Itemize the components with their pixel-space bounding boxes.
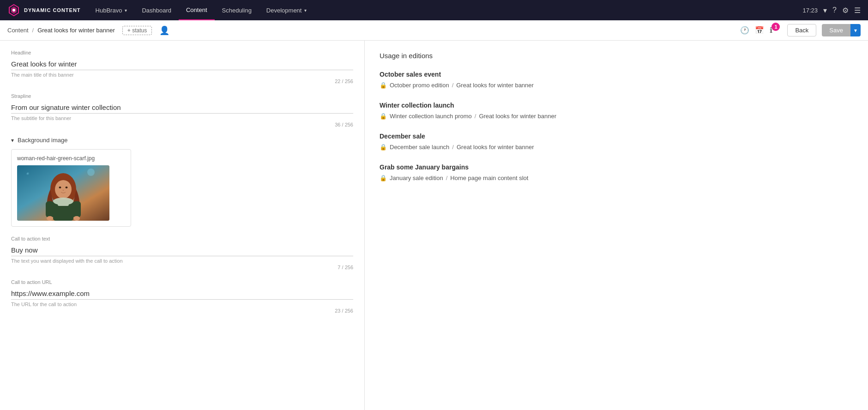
- usage-panel: Usage in editions October sales event 🔒 …: [365, 41, 868, 410]
- time-dropdown-icon[interactable]: ▾: [823, 6, 827, 15]
- cta-text-input[interactable]: [11, 244, 353, 256]
- lock-icon-3: 🔒: [380, 144, 387, 151]
- cta-url-hint: The URL for the call to action: [11, 301, 353, 307]
- edition-january-path: 🔒 January sale edition / Home page main …: [380, 175, 853, 181]
- nav-content[interactable]: Content: [179, 0, 215, 20]
- status-tag[interactable]: + status: [122, 26, 152, 35]
- svg-point-10: [63, 190, 64, 191]
- cta-text-counter: 7 / 256: [11, 265, 353, 270]
- svg-point-7: [55, 180, 72, 199]
- edition-december-path: 🔒 December sale launch / Great looks for…: [380, 144, 853, 151]
- cta-text-field-group: Call to action text The text you want di…: [11, 236, 353, 270]
- strapline-input[interactable]: [11, 102, 353, 114]
- headline-hint: The main title of this banner: [11, 72, 353, 78]
- preview-image: [17, 165, 109, 221]
- headline-label: Headline: [11, 50, 353, 55]
- headline-input[interactable]: [11, 58, 353, 70]
- image-filename: woman-red-hair-green-scarf.jpg: [17, 155, 125, 162]
- cta-text-hint: The text you want displayed with the cal…: [11, 258, 353, 264]
- edition-december-slot: Great looks for winter banner: [457, 144, 534, 151]
- nav-items: HubBravo ▾ Dashboard Content Scheduling …: [88, 0, 803, 20]
- breadcrumb-actions: 🕐 📅 ℹ 1 Back Save ▾: [740, 24, 861, 36]
- back-button[interactable]: Back: [787, 24, 816, 36]
- help-icon[interactable]: ?: [832, 6, 837, 14]
- breadcrumb-separator: /: [32, 27, 34, 34]
- headline-field-group: Headline The main title of this banner 2…: [11, 50, 353, 84]
- main-layout: Headline The main title of this banner 2…: [0, 41, 868, 410]
- settings-icon[interactable]: ⚙: [842, 6, 849, 15]
- svg-rect-14: [46, 201, 54, 217]
- cta-url-field-group: Call to action URL The URL for the call …: [11, 279, 353, 314]
- edition-october-slot: Great looks for winter banner: [456, 82, 534, 89]
- edition-winter-slot: Great looks for winter banner: [479, 113, 556, 120]
- app-logo-icon: [7, 4, 20, 17]
- hubbravo-dropdown-icon: ▾: [125, 8, 127, 13]
- chevron-down-icon: ▾: [11, 137, 14, 144]
- path-separator-4: /: [446, 175, 448, 181]
- cta-text-label: Call to action text: [11, 236, 353, 241]
- image-preview: [17, 165, 109, 221]
- edition-october-path: 🔒 October promo edition / Great looks fo…: [380, 82, 853, 89]
- breadcrumb-parent[interactable]: Content: [7, 27, 29, 34]
- development-dropdown-icon: ▾: [304, 8, 307, 13]
- nav-dashboard[interactable]: Dashboard: [134, 0, 179, 20]
- edition-winter-title: Winter collection launch: [380, 102, 853, 109]
- user-avatar-icon[interactable]: 👤: [159, 25, 169, 36]
- path-separator-3: /: [452, 144, 454, 151]
- headline-counter: 22 / 256: [11, 78, 353, 84]
- nav-hubbravo[interactable]: HubBravo ▾: [88, 0, 135, 20]
- nav-right: 17:23 ▾ ? ⚙ ☰: [803, 6, 861, 15]
- edition-january-slot: Home page main content slot: [450, 175, 528, 181]
- svg-point-9: [66, 187, 68, 188]
- edition-winter: Winter collection launch 🔒 Winter collec…: [380, 102, 853, 120]
- strapline-counter: 36 / 256: [11, 122, 353, 127]
- svg-point-8: [59, 187, 61, 188]
- edition-december-edition: December sale launch: [390, 144, 449, 151]
- svg-point-17: [73, 216, 80, 221]
- notification-badge: 1: [772, 23, 780, 31]
- cta-url-label: Call to action URL: [11, 279, 353, 285]
- lock-icon: 🔒: [380, 82, 387, 89]
- app-title: DYNAMIC CONTENT: [24, 7, 81, 13]
- path-separator-2: /: [475, 113, 476, 120]
- svg-point-4: [25, 171, 36, 182]
- cta-url-input[interactable]: [11, 288, 353, 300]
- background-image-label: Background image: [18, 137, 67, 144]
- calendar-icon[interactable]: 📅: [755, 26, 764, 35]
- breadcrumb-bar: Content / Great looks for winter banner …: [0, 20, 868, 41]
- save-dropdown-button[interactable]: ▾: [850, 24, 861, 36]
- svg-point-5: [87, 169, 95, 176]
- edition-january-title: Grab some January bargains: [380, 163, 853, 171]
- edition-january: Grab some January bargains 🔒 January sal…: [380, 163, 853, 181]
- edition-october-title: October sales event: [380, 71, 853, 78]
- background-image-section: ▾ Background image woman-red-hair-green-…: [11, 137, 353, 227]
- nav-scheduling[interactable]: Scheduling: [215, 0, 259, 20]
- current-time: 17:23: [803, 7, 818, 14]
- edition-winter-path: 🔒 Winter collection launch promo / Great…: [380, 113, 853, 120]
- save-button-group: Save ▾: [822, 24, 861, 36]
- cta-url-counter: 23 / 256: [11, 308, 353, 314]
- edition-december: December sale 🔒 December sale launch / G…: [380, 133, 853, 151]
- strapline-field-group: Strapline The subtitle for this banner 3…: [11, 93, 353, 127]
- edition-january-edition: January sale edition: [390, 175, 443, 181]
- edition-october-edition: October promo edition: [390, 82, 449, 89]
- strapline-hint: The subtitle for this banner: [11, 115, 353, 121]
- edition-winter-edition: Winter collection launch promo: [390, 113, 472, 120]
- edition-december-title: December sale: [380, 133, 853, 140]
- top-navigation: DYNAMIC CONTENT HubBravo ▾ Dashboard Con…: [0, 0, 868, 20]
- background-image-toggle[interactable]: ▾ Background image: [11, 137, 353, 144]
- nav-development[interactable]: Development ▾: [259, 0, 314, 20]
- user-account-icon[interactable]: ☰: [854, 6, 861, 15]
- strapline-label: Strapline: [11, 93, 353, 99]
- logo-area: DYNAMIC CONTENT: [7, 4, 81, 17]
- image-upload-box[interactable]: woman-red-hair-green-scarf.jpg: [11, 149, 131, 227]
- lock-icon-2: 🔒: [380, 113, 387, 120]
- svg-point-16: [47, 216, 53, 221]
- lock-icon-4: 🔒: [380, 175, 387, 181]
- svg-point-2: [12, 9, 15, 12]
- content-form-panel: Headline The main title of this banner 2…: [0, 41, 365, 410]
- history-icon[interactable]: 🕐: [740, 26, 749, 35]
- save-button[interactable]: Save: [822, 24, 850, 36]
- svg-rect-15: [72, 201, 81, 217]
- svg-rect-13: [58, 200, 69, 206]
